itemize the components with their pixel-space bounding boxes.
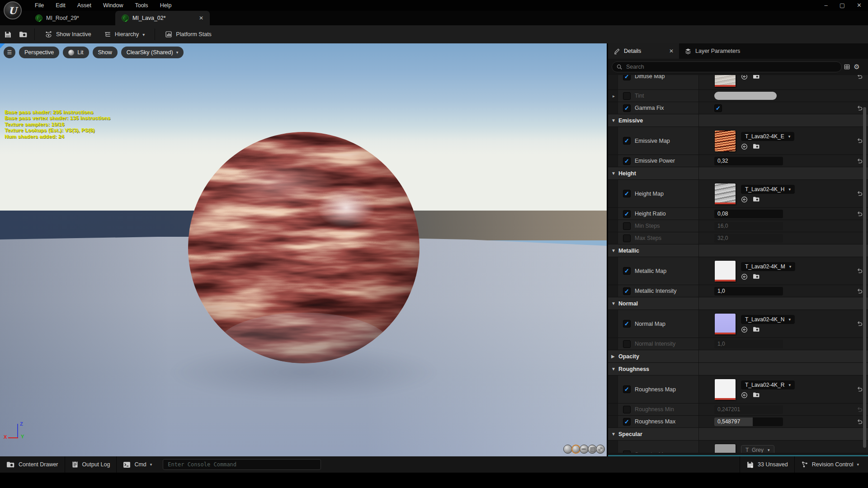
browse-to-asset-button[interactable]: [753, 143, 760, 150]
asset-dropdown[interactable]: T_Lava02-4K_E▾: [741, 132, 794, 141]
show-button[interactable]: Show: [93, 47, 118, 58]
asset-dropdown[interactable]: T_Grey▾: [741, 445, 774, 453]
texture-thumbnail[interactable]: [714, 260, 736, 282]
reset-button[interactable]: [856, 320, 863, 327]
number-input[interactable]: 0,32: [714, 157, 783, 165]
unsaved-assets-button[interactable]: 33 Unsaved: [740, 456, 794, 473]
close-tab-icon[interactable]: ✕: [199, 15, 203, 21]
reset-button[interactable]: [856, 190, 863, 197]
parameter-checkbox[interactable]: ✓: [623, 157, 631, 165]
number-input[interactable]: 1,0: [714, 287, 783, 296]
parameter-checkbox[interactable]: [623, 450, 631, 453]
parameter-checkbox[interactable]: ✓: [623, 190, 631, 197]
value-checkbox[interactable]: ✓: [714, 104, 722, 112]
browse-to-asset-button[interactable]: [753, 75, 760, 80]
category-header[interactable]: ▼Metallic: [608, 244, 698, 257]
reset-button[interactable]: [856, 211, 863, 217]
parameter-checkbox[interactable]: [623, 235, 631, 242]
number-input[interactable]: 16,0: [714, 222, 783, 230]
reset-button[interactable]: [856, 288, 863, 295]
revision-control-button[interactable]: Revision Control ▾: [795, 456, 868, 473]
save-button[interactable]: [0, 28, 15, 41]
parameter-checkbox[interactable]: ✓: [623, 267, 631, 275]
category-header[interactable]: ▶Opacity: [608, 350, 698, 362]
close-panel-icon[interactable]: ✕: [669, 48, 674, 54]
search-input[interactable]: [623, 64, 841, 70]
reset-button[interactable]: [856, 406, 863, 413]
parameter-checkbox[interactable]: ✓: [623, 75, 631, 80]
console-command-input[interactable]: [163, 461, 321, 468]
browse-to-asset-button[interactable]: [15, 28, 31, 41]
details-scrollbar[interactable]: [863, 107, 866, 448]
texture-thumbnail[interactable]: [714, 444, 736, 453]
menu-item[interactable]: Edit: [50, 0, 71, 11]
category-header[interactable]: ▼Roughness: [608, 363, 698, 375]
reset-button[interactable]: [856, 267, 863, 274]
collapse-icon[interactable]: ▼: [611, 301, 618, 306]
parameter-checkbox[interactable]: ✓: [623, 104, 631, 112]
parameter-checkbox[interactable]: [623, 340, 631, 348]
reset-button[interactable]: [856, 105, 863, 112]
content-drawer-button[interactable]: Content Drawer: [0, 456, 65, 473]
asset-tab-roof[interactable]: MI_Roof_29*: [29, 11, 85, 25]
expand-icon[interactable]: ▸: [613, 94, 615, 99]
viewport-canvas[interactable]: ☰ Perspective Lit Show ClearSky (Shared)…: [0, 43, 607, 456]
number-input[interactable]: 0,548797: [714, 418, 783, 426]
settings-button[interactable]: ⚙: [852, 63, 862, 71]
parameter-checkbox[interactable]: [623, 222, 631, 230]
lit-mode-button[interactable]: Lit: [63, 47, 89, 58]
use-selected-asset-button[interactable]: [741, 273, 748, 280]
category-header[interactable]: ▼Height: [608, 167, 698, 179]
parameter-checkbox[interactable]: ✓: [623, 320, 631, 328]
parameter-checkbox[interactable]: [623, 92, 631, 100]
preview-mesh-sphere-button[interactable]: [571, 445, 580, 454]
close-window-icon[interactable]: ✕: [857, 0, 862, 11]
parameter-checkbox[interactable]: ✓: [623, 137, 631, 145]
category-header[interactable]: ▼Normal: [608, 297, 698, 310]
collapse-icon[interactable]: ▼: [611, 171, 618, 176]
reset-button[interactable]: [856, 158, 863, 164]
use-selected-asset-button[interactable]: [741, 392, 748, 399]
cmd-selector-button[interactable]: Cmd ▾: [117, 456, 158, 473]
reset-button[interactable]: [856, 137, 863, 144]
scene-setup-button[interactable]: ClearSky (Shared) ▾: [121, 47, 184, 58]
viewport-menu-icon[interactable]: ☰: [4, 47, 15, 58]
texture-thumbnail[interactable]: [714, 313, 736, 335]
preview-mesh-plane-button[interactable]: [580, 445, 589, 454]
reset-button[interactable]: [856, 418, 863, 425]
reset-button[interactable]: [856, 75, 863, 80]
maximize-icon[interactable]: ▢: [840, 0, 845, 11]
asset-tab-lava[interactable]: MI_Lava_02* ✕: [115, 11, 210, 25]
menu-item[interactable]: Window: [97, 0, 129, 11]
minimize-icon[interactable]: –: [825, 0, 828, 11]
browse-to-asset-button[interactable]: [753, 196, 760, 203]
color-swatch[interactable]: [714, 92, 777, 100]
parameter-checkbox[interactable]: ✓: [623, 385, 631, 393]
parameter-checkbox[interactable]: ✓: [623, 418, 631, 426]
number-input[interactable]: 0,08: [714, 210, 783, 218]
tab-details[interactable]: Details ✕: [608, 43, 679, 59]
collapse-icon[interactable]: ▼: [611, 118, 618, 123]
use-selected-asset-button[interactable]: [741, 326, 748, 333]
texture-thumbnail[interactable]: [714, 75, 736, 87]
number-input[interactable]: 1,0: [714, 340, 783, 348]
preview-mesh-cube-button[interactable]: [588, 445, 597, 454]
category-header[interactable]: ▼Specular: [608, 428, 698, 440]
use-selected-asset-button[interactable]: [741, 143, 748, 150]
parameter-checkbox[interactable]: ✓: [623, 287, 631, 295]
asset-dropdown[interactable]: T_Lava02-4K_R▾: [741, 380, 795, 389]
menu-item[interactable]: Tools: [129, 0, 154, 11]
texture-thumbnail[interactable]: [714, 379, 736, 400]
parameter-checkbox[interactable]: [623, 406, 631, 413]
parameter-checkbox[interactable]: ✓: [623, 210, 631, 218]
collapse-icon[interactable]: ▼: [611, 366, 618, 371]
output-log-button[interactable]: Output Log: [65, 456, 117, 473]
use-selected-asset-button[interactable]: [741, 196, 748, 203]
category-header[interactable]: ▼Emissive: [608, 114, 698, 127]
collapse-icon[interactable]: ▼: [611, 248, 618, 253]
show-inactive-button[interactable]: Show Inactive: [38, 28, 98, 41]
asset-dropdown[interactable]: T_Lava02-4K_H▾: [741, 185, 795, 194]
menu-item[interactable]: Help: [154, 0, 178, 11]
expand-icon[interactable]: ▶: [611, 354, 618, 359]
browse-to-asset-button[interactable]: [753, 326, 760, 333]
